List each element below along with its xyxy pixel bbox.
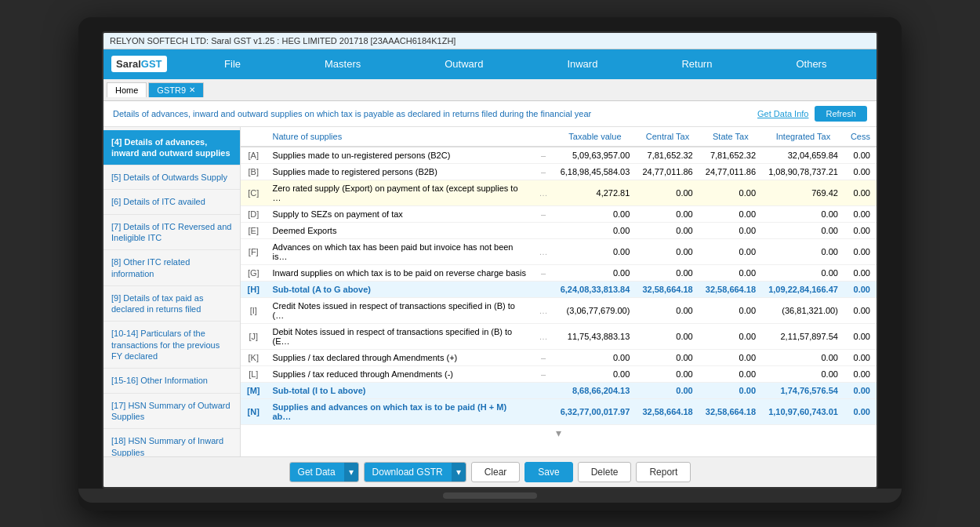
row-integrated: 1,10,97,60,743.01 [762, 398, 844, 424]
table-row: [M] Sub-total (I to L above) 8,68,66,204… [241, 382, 877, 398]
logo-saral: Saral [116, 58, 141, 70]
row-key: [B] [241, 163, 267, 180]
logo: SaralGST [111, 56, 167, 72]
row-desc: Sub-total (I to L above) [267, 382, 533, 398]
sidebar-item-6[interactable]: [6] Details of ITC availed [103, 190, 240, 214]
sidebar-item-5[interactable]: [5] Details of Outwards Supply [103, 165, 240, 190]
table-row: [K] Supplies / tax declared through Amen… [241, 349, 877, 365]
row-cess: 0.00 [844, 349, 877, 365]
row-cess: 0.00 [844, 297, 877, 323]
row-dot [533, 398, 554, 424]
row-key: [L] [241, 365, 267, 382]
get-data-button[interactable]: Get Data ▾ [289, 462, 359, 482]
row-cess: 0.00 [844, 365, 877, 382]
row-central: 0.00 [636, 205, 699, 222]
row-dot: … [533, 180, 554, 205]
row-cess: 0.00 [844, 222, 877, 238]
row-cess: 0.00 [844, 264, 877, 281]
nav-masters[interactable]: Masters [312, 55, 373, 73]
table-row: [H] Sub-total (A to G above) 6,24,08,33,… [241, 281, 877, 297]
info-bar: Details of advances, inward and outward … [103, 101, 877, 127]
row-central: 0.00 [636, 365, 699, 382]
row-state: 0.00 [699, 297, 762, 323]
table-row: [D] Supply to SEZs on payment of tax – 0… [241, 205, 877, 222]
row-central: 24,77,011.86 [636, 163, 699, 180]
row-taxable: 0.00 [554, 222, 637, 238]
row-integrated: 32,04,659.84 [762, 147, 844, 164]
row-key: [D] [241, 205, 267, 222]
sidebar-item-8[interactable]: [8] Other ITC related information [103, 250, 240, 286]
row-taxable: 0.00 [554, 205, 637, 222]
sidebar-item-17[interactable]: [17] HSN Summary of Outward Supplies [103, 394, 240, 430]
sidebar-item-18[interactable]: [18] HSN Summary of Inward Supplies [103, 429, 240, 456]
row-dot: … [533, 297, 554, 323]
row-state: 0.00 [699, 180, 762, 205]
sidebar-item-9[interactable]: [9] Details of tax paid as declared in r… [103, 286, 240, 322]
row-dot [533, 281, 554, 297]
col-central: Central Tax [636, 127, 699, 147]
row-taxable: 6,24,08,33,813.84 [554, 281, 637, 297]
row-state: 7,81,652.32 [699, 147, 762, 164]
row-integrated: 0.00 [762, 222, 844, 238]
row-desc: Credit Notes issued in respect of transa… [267, 297, 533, 323]
nav-others[interactable]: Others [783, 55, 839, 73]
nav-menu: File Masters Outward Inward Return Other… [183, 55, 869, 73]
row-taxable: 6,32,77,00,017.97 [554, 398, 637, 424]
refresh-button[interactable]: Refresh [815, 106, 867, 122]
row-taxable: (3,06,77,679.00) [554, 297, 637, 323]
nav-return[interactable]: Return [669, 55, 724, 73]
sidebar-item-10-14[interactable]: [10-14] Particulars of the transactions … [103, 322, 240, 369]
nav-outward[interactable]: Outward [432, 55, 495, 73]
col-nature: Nature of supplies [267, 127, 533, 147]
delete-button[interactable]: Delete [578, 462, 632, 482]
row-taxable: 11,75,43,883.13 [554, 323, 637, 349]
row-integrated: 0.00 [762, 264, 844, 281]
row-dot: – [533, 163, 554, 180]
row-integrated: 769.42 [762, 180, 844, 205]
sidebar-item-7[interactable]: [7] Details of ITC Reversed and Ineligib… [103, 215, 240, 251]
row-state: 0.00 [699, 323, 762, 349]
get-data-info-link[interactable]: Get Data Info [757, 109, 808, 118]
row-desc: Supplies / tax declared through Amendmen… [267, 349, 533, 365]
table-row: [B] Supplies made to registered persons … [241, 163, 877, 180]
table-row: [C] Zero rated supply (Export) on paymen… [241, 180, 877, 205]
row-desc: Supplies / tax reduced through Amendment… [267, 365, 533, 382]
row-desc: Zero rated supply (Export) on payment of… [267, 180, 533, 205]
row-state: 32,58,664.18 [699, 281, 762, 297]
row-key: [I] [241, 297, 267, 323]
main-content: [4] Details of advances, inward and outw… [103, 127, 877, 456]
row-dot: – [533, 349, 554, 365]
row-dot: – [533, 365, 554, 382]
row-cess: 0.00 [844, 205, 877, 222]
row-taxable: 0.00 [554, 349, 637, 365]
report-button[interactable]: Report [636, 462, 691, 482]
nav-file[interactable]: File [212, 55, 253, 73]
tab-home[interactable]: Home [107, 82, 147, 97]
nav-bar: SaralGST File Masters Outward Inward Ret… [103, 49, 877, 79]
row-desc: Sub-total (A to G above) [267, 281, 533, 297]
row-cess: 0.00 [844, 281, 877, 297]
clear-button[interactable]: Clear [471, 462, 521, 482]
tab-close-gstr9[interactable]: ✕ [189, 85, 195, 94]
row-central: 0.00 [636, 222, 699, 238]
download-gstr-button[interactable]: Download GSTR ▾ [364, 462, 466, 482]
row-integrated: 0.00 [762, 238, 844, 264]
table-row: [J] Debit Notes issued in respect of tra… [241, 323, 877, 349]
row-integrated: 0.00 [762, 349, 844, 365]
save-button[interactable]: Save [524, 462, 572, 482]
row-key: [K] [241, 349, 267, 365]
get-data-arrow[interactable]: ▾ [343, 463, 358, 482]
row-desc: Supply to SEZs on payment of tax [267, 205, 533, 222]
row-desc: Supplies made to registered persons (B2B… [267, 163, 533, 180]
row-central: 0.00 [636, 297, 699, 323]
row-cess: 0.00 [844, 382, 877, 398]
row-dot [533, 382, 554, 398]
tab-gstr9[interactable]: GSTR9 ✕ [148, 82, 204, 97]
col-dot [533, 127, 554, 147]
nav-inward[interactable]: Inward [554, 55, 610, 73]
sidebar-item-4[interactable]: [4] Details of advances, inward and outw… [103, 130, 240, 166]
download-gstr-arrow[interactable]: ▾ [451, 463, 466, 482]
sidebar-item-15-16[interactable]: [15-16] Other Information [103, 369, 240, 393]
row-dot: … [533, 238, 554, 264]
title-text: RELYON SOFTECH LTD: Saral GST v1.25 : HE… [110, 36, 456, 45]
